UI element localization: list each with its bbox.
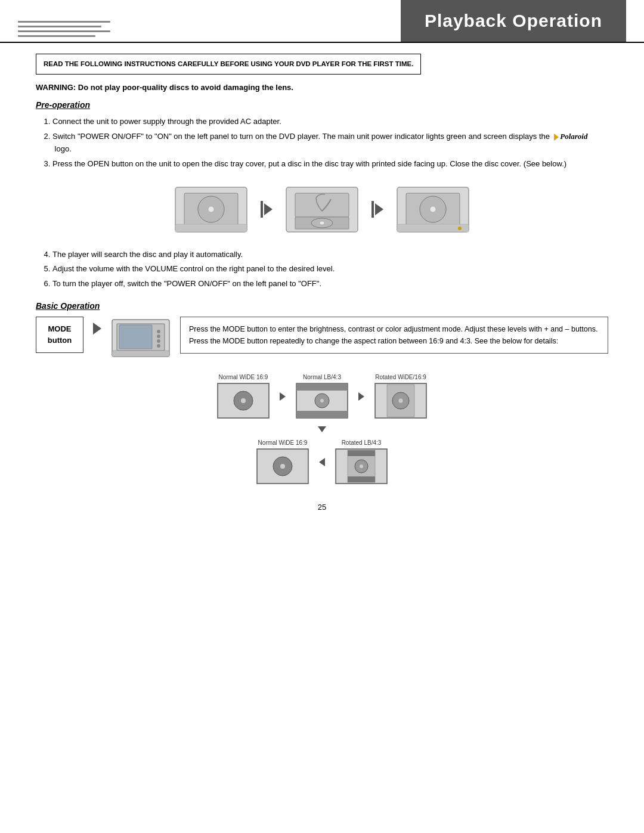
- polaroid-logo: Polaroid: [554, 131, 587, 143]
- svg-point-15: [458, 227, 462, 230]
- header: Playback Operation: [0, 0, 644, 43]
- aspect-arrow-down: [318, 426, 326, 432]
- dvd-device-3: [394, 181, 472, 238]
- svg-rect-14: [397, 224, 469, 232]
- step-4: The player will search the disc and play…: [52, 249, 608, 261]
- warning-text: WARNING: Do not play poor-quality discs …: [36, 83, 608, 92]
- aspect-row-1: Normal WiDE 16:9 Normal LB/4:3: [216, 374, 428, 419]
- aspect-arrow-left: [319, 458, 325, 466]
- step-3: Press the OPEN button on the unit to ope…: [52, 158, 608, 171]
- arrow-1: [261, 201, 273, 218]
- basic-operation-title: Basic Operation: [36, 301, 608, 311]
- aspect-screen-lb-svg: [295, 382, 349, 419]
- page-number: 25: [36, 503, 608, 512]
- mode-description-text: Press the MODE button to enter the brigh…: [189, 325, 597, 345]
- svg-point-38: [280, 464, 285, 469]
- svg-rect-18: [112, 351, 169, 357]
- polaroid-arrow-icon: [554, 134, 559, 141]
- arrow-right-icon-2: [375, 203, 383, 215]
- aspect-item-normal-lb: Normal LB/4:3: [295, 374, 349, 419]
- dvd-device-1: [172, 181, 250, 238]
- aspect-screen-wide-svg: [216, 382, 270, 419]
- notice-box: READ THE FOLLOWING INSTRUCTIONS CAREFULL…: [36, 54, 421, 75]
- dvd-device-open-svg: [283, 181, 361, 238]
- mode-device-thumbnail: [111, 317, 171, 363]
- aspect-label-3: Rotated WiDE/16:9: [375, 374, 426, 380]
- mode-box-row: MODEbutton: [36, 317, 608, 363]
- aspect-label-1: Normal WiDE 16:9: [219, 374, 268, 380]
- header-line-1: [18, 21, 110, 23]
- aspect-label-4: Normal WiDE 16:9: [258, 439, 308, 446]
- svg-rect-42: [348, 476, 375, 482]
- svg-rect-4: [175, 224, 247, 232]
- header-line-2: [18, 26, 101, 27]
- aspect-item-normal-wide: Normal WiDE 16:9: [216, 374, 270, 419]
- header-line-3: [18, 30, 110, 32]
- svg-point-35: [399, 398, 403, 402]
- svg-point-13: [430, 206, 436, 212]
- svg-rect-19: [119, 325, 152, 349]
- svg-point-22: [157, 339, 160, 343]
- aspect-diagrams: Normal WiDE 16:9 Normal LB/4:3: [36, 374, 608, 485]
- aspect-row-2: Normal WiDE 16:9 Rotated LB/4:3: [256, 439, 388, 485]
- svg-point-44: [360, 465, 363, 468]
- svg-point-20: [157, 330, 160, 333]
- arrow-right-icon: [264, 203, 273, 215]
- aspect-item-rotated-wide: Rotated WiDE/16:9: [374, 374, 428, 419]
- mode-description-box: Press the MODE button to enter the brigh…: [180, 317, 608, 354]
- mode-device-svg: [111, 317, 171, 361]
- aspect-screen-rotated-svg: [374, 382, 428, 419]
- aspect-item-rotated-lb: Rotated LB/4:3: [335, 439, 388, 485]
- page: Playback Operation READ THE FOLLOWING IN…: [0, 0, 644, 833]
- basic-operation-section: Basic Operation MODEbutton: [36, 301, 608, 485]
- dvd-device-2: [283, 181, 361, 238]
- header-title-box: Playback Operation: [401, 0, 626, 42]
- svg-point-31: [320, 399, 324, 402]
- mode-button-label: MODEbutton: [48, 324, 72, 345]
- svg-point-21: [157, 335, 160, 338]
- aspect-arrow-2: [358, 392, 364, 401]
- content-area: READ THE FOLLOWING INSTRUCTIONS CAREFULL…: [0, 54, 644, 535]
- svg-rect-41: [348, 450, 375, 456]
- mode-arrow-icon: [93, 323, 101, 335]
- svg-point-9: [320, 221, 324, 225]
- aspect-label-5: Rotated LB/4:3: [342, 439, 382, 446]
- svg-point-23: [157, 344, 160, 348]
- aspect-screen-wide2-svg: [256, 448, 309, 485]
- svg-rect-29: [296, 411, 348, 418]
- polaroid-text: Polaroid: [560, 131, 587, 143]
- arrow-2: [371, 201, 383, 218]
- dvd-images-row: [36, 181, 608, 238]
- aspect-arrow-1: [280, 392, 286, 401]
- header-decoration: [0, 0, 119, 42]
- notice-text: READ THE FOLLOWING INSTRUCTIONS CAREFULL…: [44, 60, 413, 67]
- aspect-screen-rotated-lb-svg: [335, 448, 388, 485]
- dvd-device-closed-svg: [172, 181, 250, 238]
- step-6: To turn the player off, switch the "POWE…: [52, 278, 608, 290]
- page-title: Playback Operation: [425, 11, 602, 31]
- steps-list: Connect the unit to power supply through…: [36, 116, 608, 170]
- svg-rect-6: [295, 193, 349, 217]
- dvd-device-closed2-svg: [394, 181, 472, 238]
- step-2: Switch "POWER ON/OFF" to "ON" on the lef…: [52, 131, 608, 156]
- pre-operation-title: Pre-operation: [36, 100, 608, 110]
- svg-point-3: [208, 206, 214, 212]
- svg-rect-28: [296, 383, 348, 391]
- step-1: Connect the unit to power supply through…: [52, 116, 608, 128]
- svg-point-26: [241, 398, 246, 403]
- steps-list-2: The player will search the disc and play…: [36, 249, 608, 290]
- mode-arrow: [93, 317, 101, 335]
- header-line-4: [18, 35, 95, 37]
- mode-button-box: MODEbutton: [36, 317, 83, 353]
- aspect-label-2: Normal LB/4:3: [303, 374, 341, 380]
- step-5: Adjust the volume with the VOLUME contro…: [52, 263, 608, 275]
- aspect-item-normal-wide-2: Normal WiDE 16:9: [256, 439, 309, 485]
